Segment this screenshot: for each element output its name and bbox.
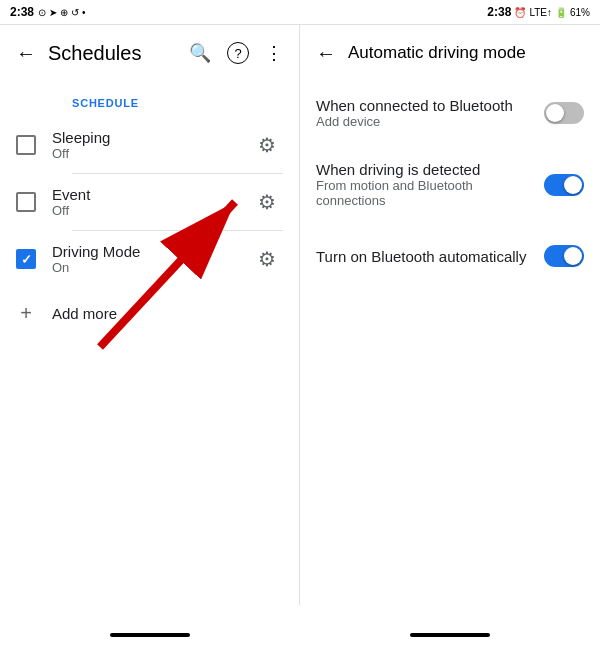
setting-driving-detected[interactable]: When driving is detected From motion and… [300, 145, 600, 224]
plus-icon: + [16, 303, 36, 323]
status-bar-left: 2:38 ⊙ ➤ ⊕ ↺ • [0, 0, 300, 24]
schedule-name-sleeping: Sleeping [52, 129, 235, 146]
setting-text-bluetooth-auto: Turn on Bluetooth automatically [316, 248, 532, 265]
left-panel-title: Schedules [48, 42, 177, 65]
setting-bluetooth-connected[interactable]: When connected to Bluetooth Add device [300, 81, 600, 145]
status-bar: 2:38 ⊙ ➤ ⊕ ↺ • 2:38 ⏰ LTE↑ 🔋 61% [0, 0, 600, 24]
left-panel-actions: 🔍 ? ⋮ [189, 42, 283, 64]
nav-bar-left [0, 605, 300, 645]
toggle-bluetooth-auto[interactable] [544, 245, 584, 267]
schedule-list: Sleeping Off ⚙ Event Off ⚙ [0, 117, 299, 605]
setting-title-bluetooth-auto: Turn on Bluetooth automatically [316, 248, 532, 265]
toggle-knob-bluetooth-auto [564, 247, 582, 265]
gear-icon-event: ⚙ [258, 190, 276, 214]
gear-button-driving[interactable]: ⚙ [251, 243, 283, 275]
nav-indicator-left [110, 633, 190, 637]
right-panel: ← Automatic driving mode When connected … [300, 25, 600, 605]
gear-button-event[interactable]: ⚙ [251, 186, 283, 218]
schedule-text-sleeping: Sleeping Off [52, 129, 235, 161]
setting-subtitle-driving: From motion and Bluetooth connections [316, 178, 532, 208]
setting-text-driving: When driving is detected From motion and… [316, 161, 532, 208]
setting-bluetooth-auto[interactable]: Turn on Bluetooth automatically [300, 224, 600, 288]
checkbox-event[interactable] [16, 192, 36, 212]
time-left: 2:38 [10, 5, 34, 19]
schedule-name-event: Event [52, 186, 235, 203]
schedule-item-sleeping[interactable]: Sleeping Off ⚙ [0, 117, 299, 173]
nav-bar-right [300, 605, 600, 645]
right-panel-header: ← Automatic driving mode [300, 25, 600, 81]
status-icons-left: ⊙ ➤ ⊕ ↺ • [38, 7, 86, 18]
setting-title-bluetooth: When connected to Bluetooth [316, 97, 532, 114]
schedule-text-event: Event Off [52, 186, 235, 218]
status-bar-right: 2:38 ⏰ LTE↑ 🔋 61% [300, 0, 600, 24]
add-more-label: Add more [52, 305, 117, 322]
search-icon[interactable]: 🔍 [189, 42, 211, 64]
gear-button-sleeping[interactable]: ⚙ [251, 129, 283, 161]
main-split: ← Schedules 🔍 ? ⋮ SCHEDULE Sleeping Off … [0, 24, 600, 605]
time-right: 2:38 [487, 5, 511, 19]
schedule-item-driving[interactable]: Driving Mode On ⚙ [0, 231, 299, 287]
toggle-knob-driving [564, 176, 582, 194]
status-icons-right: ⏰ LTE↑ 🔋 61% [514, 7, 590, 18]
toggle-knob-bluetooth [546, 104, 564, 122]
add-more-button[interactable]: + Add more [0, 287, 299, 339]
schedule-text-driving: Driving Mode On [52, 243, 235, 275]
section-label: SCHEDULE [0, 81, 299, 117]
right-panel-title: Automatic driving mode [348, 43, 584, 63]
setting-text-bluetooth: When connected to Bluetooth Add device [316, 97, 532, 129]
toggle-bluetooth-connected[interactable] [544, 102, 584, 124]
setting-subtitle-bluetooth: Add device [316, 114, 532, 129]
more-icon[interactable]: ⋮ [265, 42, 283, 64]
checkbox-sleeping[interactable] [16, 135, 36, 155]
gear-icon-sleeping: ⚙ [258, 133, 276, 157]
left-panel-header: ← Schedules 🔍 ? ⋮ [0, 25, 299, 81]
schedule-status-event: Off [52, 203, 235, 218]
setting-title-driving: When driving is detected [316, 161, 532, 178]
schedule-status-driving: On [52, 260, 235, 275]
gear-icon-driving: ⚙ [258, 247, 276, 271]
toggle-driving-detected[interactable] [544, 174, 584, 196]
checkbox-driving[interactable] [16, 249, 36, 269]
schedule-item-event[interactable]: Event Off ⚙ [0, 174, 299, 230]
nav-bar [0, 605, 600, 645]
back-button-left[interactable]: ← [16, 42, 36, 65]
schedule-name-driving: Driving Mode [52, 243, 235, 260]
left-panel: ← Schedules 🔍 ? ⋮ SCHEDULE Sleeping Off … [0, 25, 300, 605]
back-button-right[interactable]: ← [316, 42, 336, 65]
help-icon[interactable]: ? [227, 42, 249, 64]
nav-indicator-right [410, 633, 490, 637]
schedule-status-sleeping: Off [52, 146, 235, 161]
